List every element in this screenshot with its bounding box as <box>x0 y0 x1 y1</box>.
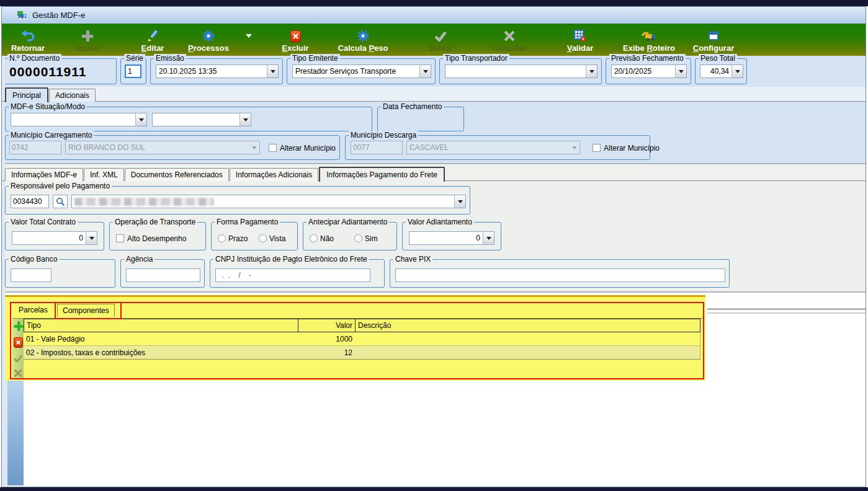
tipo-emitente-combo[interactable]: Prestador Serviços Transporte <box>292 64 431 78</box>
delete-icon <box>290 29 301 43</box>
antecipar-adiantamento-label: Antecipar Adiantamento <box>306 218 389 226</box>
grid-row-tipo[interactable]: 01 - Vale Pedágio <box>24 332 298 346</box>
combo-arrow-icon[interactable] <box>675 65 686 77</box>
editar-label: Editar <box>141 43 164 53</box>
codigo-banco-input[interactable] <box>11 268 51 282</box>
cancelar-button[interactable]: Cancelar <box>485 26 534 53</box>
cnpj-instituicao-label: CNPJ Instituição de Pagto Eletrônico do … <box>213 255 369 263</box>
processos-dropdown-arrow[interactable] <box>243 26 255 53</box>
combo-arrow-icon[interactable] <box>135 113 146 126</box>
emissao-combo[interactable]: 20.10.2025 13:35 <box>156 64 279 78</box>
chave-pix-input[interactable] <box>395 268 725 282</box>
serie-input[interactable]: 1 <box>125 64 141 78</box>
confirm-row-button[interactable] <box>13 352 23 365</box>
tab-componentes[interactable]: Componentes <box>57 304 115 317</box>
calcula-peso-button[interactable]: Calcula Peso <box>333 26 393 53</box>
top-edge <box>0 0 868 6</box>
combo-arrow-icon[interactable] <box>267 65 278 77</box>
add-row-button[interactable] <box>13 320 23 332</box>
divider <box>2 163 866 164</box>
grid-row-descricao[interactable] <box>355 346 700 360</box>
vista-radio[interactable] <box>259 234 267 242</box>
combo-arrow-icon[interactable] <box>419 65 431 77</box>
grid-row-tipo[interactable]: 02 - Impostos, taxas e contribuições <box>24 346 298 360</box>
tab-parcelas[interactable]: Parcelas <box>14 304 53 316</box>
groupbox-agencia: Agência <box>120 259 205 288</box>
vista-label: Vista <box>269 234 285 243</box>
grid-header-tipo[interactable]: Tipo <box>24 319 298 332</box>
combo-arrow-icon[interactable] <box>454 195 465 208</box>
divider <box>2 291 866 293</box>
tab-informacoes-adicionais[interactable]: Informações Adicionais <box>230 168 318 181</box>
tab-informacoes-pagamento-frete[interactable]: Informações Pagamento do Frete <box>319 167 445 182</box>
alterar-municipio-checkbox[interactable] <box>593 144 601 152</box>
gear-icon <box>202 29 215 43</box>
tab-informacoes-mdfe[interactable]: Informações MDF-e <box>5 168 83 181</box>
processos-button[interactable]: Processos <box>184 26 233 53</box>
municipio-carregamento-combo: RIO BRANCO DO SUL <box>65 141 260 154</box>
exibe-roteiro-button[interactable]: Exibe Roteiro <box>618 26 680 53</box>
combo-arrow-icon[interactable] <box>586 65 597 77</box>
groupbox-previsao-fechamento: Previsão Fechamento 20/10/2025 <box>606 58 691 84</box>
responsavel-codigo-input[interactable]: 0034430 <box>11 195 49 208</box>
emissao-label: Emissão <box>154 54 186 63</box>
salvar-button[interactable]: Salvar <box>416 26 465 53</box>
prazo-radio[interactable] <box>218 234 226 242</box>
previsao-fechamento-combo[interactable]: 20/10/2025 <box>611 64 687 78</box>
x-icon <box>504 29 515 43</box>
validar-button[interactable]: Validar <box>556 26 604 53</box>
peso-total-combo[interactable]: 40,34 <box>700 64 743 78</box>
codigo-banco-label: Código Banco <box>9 255 59 263</box>
search-button[interactable] <box>53 195 68 208</box>
previsao-fechamento-label: Previsão Fechamento <box>609 54 686 63</box>
cancel-row-button[interactable] <box>13 367 23 379</box>
cnpj-instituicao-input[interactable]: . . / - <box>215 268 370 282</box>
grid-row-valor[interactable]: 12 <box>298 346 356 360</box>
municipio-descarga-combo: CASCAVEL <box>406 141 580 154</box>
valor-adiantamento-combo[interactable]: 0 <box>409 231 494 245</box>
excluir-label: Excluir <box>282 43 308 53</box>
x-icon <box>14 369 22 378</box>
configurar-button[interactable]: Configurar <box>686 26 741 53</box>
nao-label: Não <box>320 234 334 243</box>
grid-row-descricao[interactable] <box>355 332 700 346</box>
groupbox-peso-total: Peso Total 40,34 <box>695 58 747 84</box>
tipo-transportador-combo[interactable] <box>445 64 597 78</box>
agencia-input[interactable] <box>126 268 200 282</box>
grid-row-valor[interactable]: 1000 <box>298 332 356 346</box>
incluir-label: Incluir <box>75 43 99 53</box>
nao-radio[interactable] <box>310 234 318 242</box>
combo-arrow-icon[interactable] <box>239 113 251 126</box>
alterar-municipio-checkbox[interactable] <box>269 144 277 152</box>
incluir-button[interactable]: Incluir <box>64 26 111 53</box>
valor-total-contrato-combo[interactable]: 0 <box>12 231 97 245</box>
valor-total-contrato-label: Valor Total Contrato <box>9 218 78 226</box>
municipio-descarga-codigo: 0077 <box>351 141 403 154</box>
responsavel-combo[interactable] <box>71 195 466 208</box>
check-icon <box>434 29 447 43</box>
combo-arrow-icon[interactable] <box>86 232 97 244</box>
grid-header-valor[interactable]: Valor <box>298 319 356 332</box>
modo-combo[interactable] <box>152 113 251 126</box>
combo-arrow-icon[interactable] <box>483 232 494 244</box>
grid-header-descricao[interactable]: Descrição <box>355 319 700 332</box>
alto-desempenho-checkbox[interactable] <box>116 234 124 242</box>
responsavel-pagamento-label: Responsável pelo Pagamento <box>9 182 112 190</box>
editar-button[interactable]: Editar <box>129 26 176 53</box>
tab-adicionais[interactable]: Adicionais <box>49 89 96 102</box>
groupbox-operacao-transporte: Operação de Transporte Alto Desempenho <box>109 222 206 250</box>
delete-row-button[interactable] <box>13 336 23 348</box>
combo-arrow-icon[interactable] <box>732 65 743 77</box>
retornar-button[interactable]: Retornar <box>6 26 50 53</box>
excluir-button[interactable]: Excluir <box>272 26 319 53</box>
alto-desempenho-label: Alto Desempenho <box>127 234 186 243</box>
tab-documentos-referenciados[interactable]: Documentos Referenciados <box>125 168 229 181</box>
configure-window-icon <box>709 29 718 43</box>
configurar-label: Configurar <box>693 43 734 53</box>
tab-inf-xml[interactable]: Inf. XML <box>84 168 124 181</box>
undo-icon <box>20 29 35 43</box>
situacao-combo[interactable] <box>11 113 147 126</box>
plus-icon <box>82 29 93 43</box>
sim-radio[interactable] <box>354 234 362 242</box>
tab-principal[interactable]: Principal <box>5 87 48 102</box>
